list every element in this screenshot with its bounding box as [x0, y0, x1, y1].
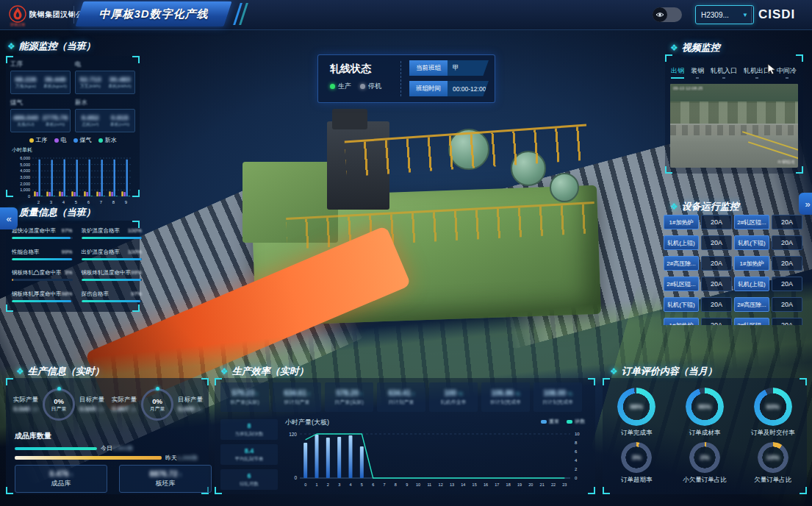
efficiency-card-unit: t — [413, 391, 414, 396]
slab-store-card: 8876.72 t 板坯库 — [119, 465, 212, 493]
line-select-value: H2309... — [701, 11, 729, 19]
equipment-name-button[interactable]: 1#加热炉 — [734, 256, 769, 271]
svg-text:2,000: 2,000 — [20, 182, 30, 186]
status-label: 停机 — [368, 82, 381, 91]
svg-text:2: 2 — [37, 200, 40, 204]
day-actual-label: 实际产量 — [10, 395, 41, 405]
svg-text:0: 0 — [294, 475, 297, 480]
efficiency-side-stats: 8 当班轧制块数 8.4 平均轧制节奏 6 待轧坯数 — [220, 419, 278, 490]
video-panel: 出钢 装钢 轧机入口 轧机出口 中间冷 电动辊道 09-13 12:08:25 … — [665, 54, 803, 174]
svg-text:7: 7 — [100, 200, 103, 204]
video-tab[interactable]: 出钢 — [671, 66, 684, 79]
quality-item-value: 97% — [131, 291, 142, 297]
day-target-unit: 万t — [98, 407, 104, 412]
equipment-current-value: 20A — [772, 318, 802, 325]
order-kpi-value: 3% — [621, 442, 652, 473]
svg-text:16: 16 — [484, 482, 488, 487]
equipment-name-button[interactable]: 2#轧区辊... — [734, 215, 769, 229]
production-panel-title-text: 生产信息（实时） — [28, 365, 104, 378]
quality-item-value: 99% — [131, 269, 142, 276]
energy-metric-unit: 总耗(m³) — [76, 122, 105, 127]
legend-label: 电 — [61, 136, 67, 144]
order-kpi-label: 订单超期率 — [621, 476, 653, 485]
energy-metric-unit: 单耗(kgce/t) — [40, 84, 70, 89]
svg-text:2: 2 — [327, 482, 329, 487]
efficiency-card-value: 634.61 — [284, 389, 306, 397]
equipment-name-button[interactable]: 1#加热炉 — [664, 318, 699, 325]
shift-ribbon-value: 甲 — [448, 60, 489, 76]
day-actual-unit: 万t — [32, 407, 37, 412]
page-title-banner: 中厚板3D数字化产线 — [75, 1, 231, 26]
legend-item: 电 — [54, 136, 67, 144]
energy-group-name: 新水 — [75, 99, 135, 107]
equipment-name-button[interactable]: 轧机(下辊) — [664, 297, 699, 312]
day-target: 目标产量 0.500 万t — [76, 395, 107, 414]
video-tab[interactable]: 中间冷 — [777, 66, 797, 79]
svg-text:4: 4 — [62, 200, 65, 204]
cctv-feed[interactable]: 09-13 12:08:25 出钢辊道 — [670, 84, 798, 168]
line-select-dropdown[interactable]: H2309... ▼ — [695, 5, 754, 24]
efficiency-panel-title: ❖ 生产效率（实时） — [220, 365, 309, 378]
equipment-name-button[interactable]: 轧机(下辊) — [734, 235, 769, 250]
quality-panel-title-text: 质量信息（当班） — [19, 206, 96, 219]
svg-text:4: 4 — [575, 458, 578, 463]
quality-progress-fill — [82, 258, 143, 260]
panel-collapse-handle-left[interactable]: « — [0, 207, 18, 229]
equipment-grid: 1#加热炉 20A 2#轧区辊... 20A 轧机(上辊) 20A 轧机(下辊)… — [664, 215, 809, 325]
energy-group-name: 煤气 — [10, 99, 71, 107]
efficiency-card-unit: t — [361, 391, 362, 396]
order-kpi: 98% 订单完成率 — [603, 388, 671, 438]
video-tab[interactable]: 轧机出口 — [744, 66, 770, 79]
side-stat-label: 待轧坯数 — [240, 481, 259, 487]
order-kpi-ring: 10% — [758, 442, 788, 473]
order-kpi-ring: 2% — [689, 442, 720, 473]
stock-bar-today-fill — [15, 447, 97, 450]
shift-ribbon: 班组时间 00:00-12:00 — [409, 81, 489, 96]
quality-progress-fill — [82, 279, 142, 281]
side-stat-label: 当班轧制块数 — [235, 431, 264, 437]
svg-text:1: 1 — [315, 482, 317, 487]
cctv-timestamp: 09-13 12:08:25 — [673, 86, 703, 90]
equipment-name-button[interactable]: 2#轧区辊... — [734, 318, 769, 325]
quality-progress-fill — [12, 258, 72, 260]
quality-item: 装炉温度合格率 100% — [82, 227, 143, 242]
panel-collapse-handle-right[interactable]: » — [799, 193, 812, 215]
svg-text:20: 20 — [528, 482, 533, 487]
equipment-current-value: 20A — [772, 297, 802, 312]
svg-text:10: 10 — [416, 482, 420, 487]
chevron-down-icon: ▼ — [742, 12, 748, 18]
equipment-current-value: 20A — [701, 277, 732, 291]
order-kpi-label: 欠量订单占比 — [754, 476, 791, 485]
equipment-name-button[interactable]: 2#轧区辊... — [664, 277, 699, 291]
quality-item: 性能合格率 99% — [12, 249, 73, 263]
equipment-name-button[interactable]: 轧机(上辊) — [664, 235, 699, 250]
efficiency-card: 106.86 % 班计划完成率 — [481, 382, 530, 412]
energy-group: 电 52.713 万瓦(kWh) 30.483 单耗(kWh/t) — [75, 60, 135, 94]
energy-metric: 39.449 单耗(kgce/t) — [40, 76, 70, 88]
svg-text:5: 5 — [75, 200, 78, 204]
video-tab[interactable]: 装钢 — [691, 66, 704, 79]
equipment-name-button[interactable]: 1#加热炉 — [664, 215, 699, 229]
efficiency-card-value: 106.86 — [491, 389, 514, 397]
svg-text:17: 17 — [495, 482, 499, 487]
video-tab[interactable]: 轧机入口 — [711, 66, 737, 79]
month-target-value: 5.000 — [178, 405, 195, 413]
quality-item-label: 性能合格率 — [12, 249, 40, 256]
efficiency-card-unit: % — [568, 391, 572, 396]
efficiency-panel: 579.23 t 班产量(实际) 634.61 t 班计划产量 578.20 t… — [215, 378, 595, 494]
svg-text:9: 9 — [125, 200, 128, 204]
orders-panel-title: ❖ 订单评价内容（当月） — [610, 365, 717, 378]
month-output-gauge: 0% 月产量 — [141, 388, 173, 421]
equipment-name-button[interactable]: 2#高压除... — [734, 297, 769, 312]
quality-item-value: 99% — [62, 249, 73, 255]
stock-bar-yesterday: 昨天1,295块 — [15, 454, 198, 462]
svg-text:6: 6 — [372, 482, 374, 487]
equipment-name-button[interactable]: 2#高压除... — [664, 256, 699, 271]
visibility-toggle[interactable] — [653, 7, 682, 22]
svg-text:1,000: 1,000 — [20, 188, 30, 192]
equipment-name-button[interactable]: 轧机(上辊) — [734, 277, 769, 291]
equipment-current-value: 20A — [772, 256, 802, 271]
efficiency-card-label: 班计划产量 — [284, 399, 310, 406]
side-stat-value: 6 — [247, 472, 251, 481]
quality-item-label: 超快冷温度命中率 — [12, 227, 56, 235]
